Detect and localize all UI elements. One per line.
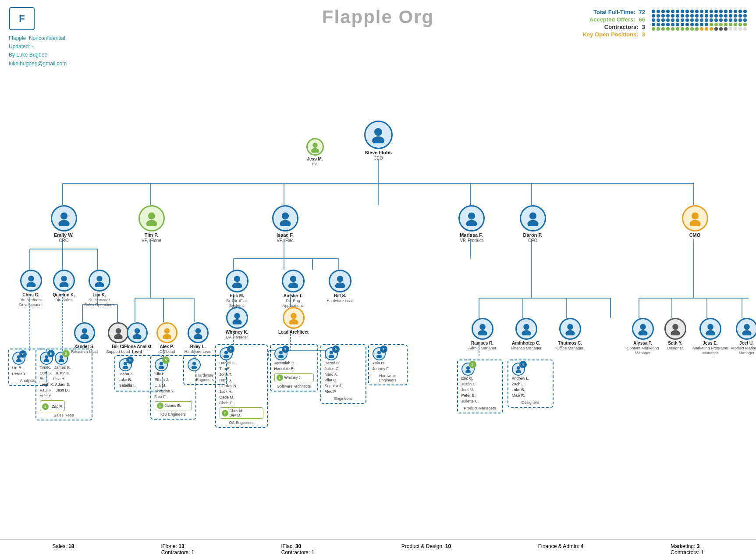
dot-grid	[652, 10, 747, 31]
svg-point-61	[60, 212, 67, 219]
svg-point-75	[61, 276, 67, 282]
svg-point-91	[164, 328, 170, 334]
svg-point-59	[312, 142, 318, 148]
svg-point-85	[44, 355, 48, 359]
node-marissa-f: Marissa F. VP, Product	[456, 205, 487, 243]
accepted-label: Accepted Offers:	[589, 16, 635, 23]
footer-product: Product & Design: 10	[401, 543, 451, 555]
svg-point-110	[289, 319, 298, 324]
footer-iflac-contractors: Contractors: 1	[281, 549, 314, 555]
svg-point-116	[328, 355, 334, 358]
svg-point-66	[280, 220, 291, 226]
footer-iflone: iFlone: 13 Contractors: 1	[161, 543, 194, 555]
svg-point-124	[565, 330, 575, 335]
svg-point-105	[337, 276, 343, 282]
node-bill-s: Bill S. Hardware Lead	[324, 270, 357, 303]
svg-point-78	[95, 282, 104, 287]
updated-date: Updated: -	[9, 43, 67, 51]
footer: Sales: 18 iFlone: 13 Contractors: 1 iFla…	[0, 539, 756, 559]
svg-point-84	[16, 359, 21, 362]
company-logo: F	[9, 7, 35, 31]
svg-point-131	[672, 324, 678, 330]
svg-point-102	[232, 282, 241, 288]
svg-point-76	[59, 282, 68, 287]
open-label: Key Open Positions:	[583, 31, 639, 38]
node-daron-p: Daron P. CFO	[518, 205, 548, 243]
svg-point-130	[638, 330, 647, 335]
svg-point-103	[290, 276, 296, 282]
footer-marketing-value: 3	[697, 543, 700, 549]
document-meta: Flapple Nonconfidential Updated: - By Lu…	[9, 34, 67, 68]
open-value: 3	[642, 31, 645, 38]
svg-point-58	[372, 136, 384, 143]
svg-point-80	[80, 334, 89, 339]
svg-point-129	[640, 324, 646, 330]
group-jeremiah-h: 2 Jeremiah H.Hannible R. 1 Whitney J. So…	[270, 344, 318, 392]
svg-point-68	[466, 220, 477, 226]
footer-iflone-value: 13	[178, 543, 184, 549]
svg-point-121	[523, 324, 529, 330]
node-jess-e: Jess E. Marketing Programs Manager	[692, 318, 728, 356]
node-riley-l: Riley L. Hardware Lead	[182, 322, 214, 354]
svg-point-71	[691, 212, 698, 219]
footer-marketing-contractors: Contractors: 1	[671, 549, 703, 555]
page-header: F Flapple Nonconfidential Updated: - By …	[0, 0, 756, 70]
svg-point-86	[43, 359, 49, 362]
node-tim-p: Tim P. VP, iFlone	[136, 205, 167, 243]
node-alyssa-t: Alyssa T. Content Marketing Manager	[625, 318, 661, 356]
svg-point-73	[28, 276, 34, 282]
footer-sales: Sales: 18	[52, 543, 74, 555]
svg-point-90	[133, 334, 142, 339]
node-iflone-analist: iFlone Analist Lead	[121, 322, 154, 355]
full-time-label: Total Full-Time:	[593, 9, 635, 15]
svg-point-133	[707, 324, 713, 330]
node-cmo: CMO	[680, 205, 710, 238]
svg-point-98	[158, 366, 164, 369]
svg-point-114	[278, 355, 284, 358]
footer-marketing: Marketing: 3 Contractors: 1	[671, 543, 703, 555]
svg-point-125	[466, 366, 469, 370]
svg-point-89	[135, 328, 140, 334]
email: luke.bugbee@gmail.com	[9, 60, 67, 68]
node-ramses-r: Ramses R. Admin Manager	[465, 318, 500, 351]
footer-finance-value: 4	[581, 543, 584, 549]
full-time-value: 72	[639, 9, 645, 15]
svg-point-74	[26, 282, 35, 287]
svg-point-120	[478, 330, 487, 335]
node-seth-y: Seth Y. Designer	[660, 318, 691, 351]
page-title: Flapple Org	[322, 7, 434, 28]
svg-point-113	[279, 351, 282, 354]
svg-point-111	[224, 351, 227, 354]
svg-point-128	[515, 370, 521, 373]
svg-point-101	[234, 276, 240, 282]
svg-point-132	[671, 330, 680, 335]
node-chris-c: Chris C. Dir. Business Development	[15, 270, 47, 307]
svg-point-79	[82, 328, 87, 334]
svg-point-67	[468, 212, 475, 219]
svg-point-135	[744, 324, 750, 330]
author: By Luke Bugbee	[9, 51, 67, 59]
node-alex-p: Alex P. iOS Lead	[152, 322, 182, 354]
svg-point-65	[281, 212, 288, 219]
footer-iflac-value: 30	[295, 543, 301, 549]
node-joel-u: Joel U. Product Marketing Manager	[729, 318, 756, 356]
node-ceo: Steve Flobs CEO	[360, 121, 397, 161]
svg-point-69	[529, 212, 536, 219]
svg-point-77	[96, 276, 103, 282]
svg-point-123	[567, 324, 573, 330]
svg-text:F: F	[19, 13, 25, 24]
node-emily-w: Emily W. CRO	[49, 205, 79, 243]
svg-point-63	[148, 212, 155, 219]
svg-point-60	[311, 148, 319, 152]
svg-point-134	[706, 330, 715, 335]
svg-point-88	[58, 359, 64, 362]
group-product-managers: 5 Eric Q.Justin C.Joel M.Peter B.Juliett…	[457, 360, 503, 413]
svg-point-127	[516, 366, 520, 370]
svg-point-109	[291, 313, 297, 319]
svg-point-122	[522, 330, 531, 335]
footer-product-value: 10	[445, 543, 451, 549]
svg-point-104	[288, 282, 298, 288]
svg-point-115	[329, 351, 333, 354]
svg-point-87	[59, 355, 63, 359]
group-herod-g: 6 Herod G.Julius C.Marc A.Pilot C.Saphir…	[320, 344, 366, 404]
